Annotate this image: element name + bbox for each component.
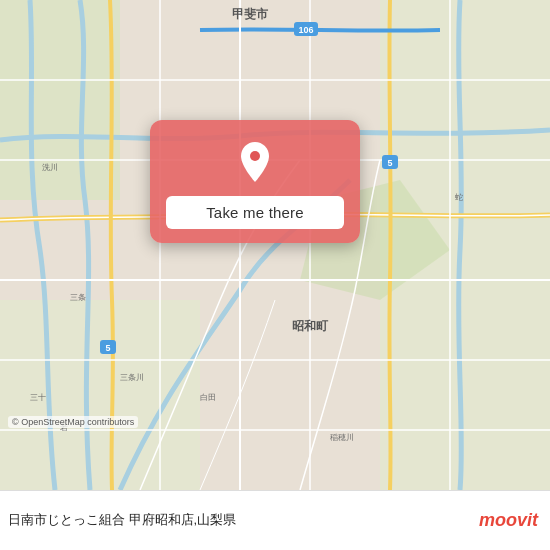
osm-attribution: © OpenStreetMap contributors — [8, 416, 138, 428]
svg-text:5: 5 — [105, 343, 110, 353]
map-container: 106 20 5 5 甲斐市 昭和町 洗川 三条 白田 稲穂川 三条川 蛇 三十… — [0, 0, 550, 490]
svg-point-32 — [250, 151, 260, 161]
svg-text:昭和町: 昭和町 — [292, 319, 329, 333]
svg-text:三条: 三条 — [70, 293, 86, 302]
location-pin-icon — [231, 138, 279, 186]
bottom-bar: 日南市じとっこ組合 甲府昭和店,山梨県 moovit — [0, 490, 550, 550]
moovit-logo: moovit — [479, 510, 538, 531]
svg-text:5: 5 — [387, 158, 392, 168]
moovit-logo-text: moovit — [479, 510, 538, 531]
callout-card: Take me there — [150, 120, 360, 243]
take-me-there-button[interactable]: Take me there — [166, 196, 344, 229]
location-name: 日南市じとっこ組合 甲府昭和店,山梨県 — [8, 511, 469, 529]
svg-text:甲斐市: 甲斐市 — [232, 7, 269, 21]
svg-text:稲穂川: 稲穂川 — [330, 433, 354, 442]
svg-text:洗川: 洗川 — [42, 163, 58, 172]
svg-text:蛇: 蛇 — [455, 193, 463, 202]
svg-text:三条川: 三条川 — [120, 373, 144, 382]
svg-text:白田: 白田 — [200, 393, 216, 402]
svg-rect-1 — [0, 0, 120, 200]
svg-text:106: 106 — [298, 25, 313, 35]
svg-text:三十: 三十 — [30, 393, 46, 402]
